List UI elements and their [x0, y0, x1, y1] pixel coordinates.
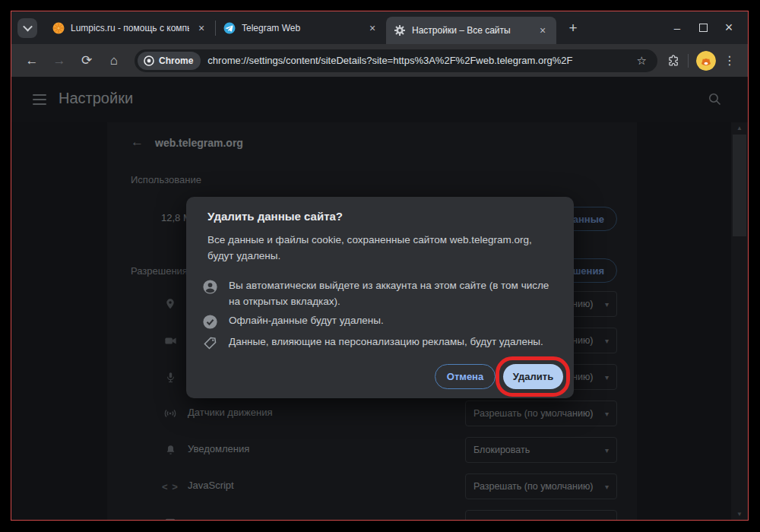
chevron-down-icon — [23, 22, 33, 32]
browser-window: Lumpics.ru - помощь с компью × Telegram … — [11, 11, 749, 521]
maximize-icon — [699, 24, 708, 32]
close-window-button[interactable]: × — [716, 11, 742, 44]
minimize-button[interactable]: – — [664, 11, 690, 44]
tab-settings-active[interactable]: Настройки – Все сайты × — [386, 17, 556, 44]
window-controls: – × — [664, 11, 742, 44]
tab-telegram[interactable]: Telegram Web × — [216, 11, 386, 44]
tab-title: Telegram Web — [242, 23, 360, 33]
chrome-logo-icon — [144, 55, 154, 66]
new-tab-button[interactable]: + — [562, 17, 584, 39]
browser-menu-icon[interactable]: ⋮ — [720, 53, 739, 68]
tab-close-icon[interactable]: × — [366, 22, 378, 34]
toolbar-separator — [688, 54, 689, 68]
dialog-bullet-offline: Офлайн-данные будут удалены. — [201, 312, 559, 331]
profile-avatar[interactable] — [696, 51, 716, 71]
maximize-button[interactable] — [690, 11, 716, 44]
tab-strip: Lumpics.ru - помощь с компью × Telegram … — [11, 11, 748, 44]
extensions-puzzle-icon[interactable] — [667, 54, 680, 68]
forward-button[interactable]: → — [48, 49, 71, 72]
gear-icon — [394, 24, 406, 36]
tab-title: Lumpics.ru - помощь с компью — [71, 23, 189, 33]
browser-toolbar: ← → ⟳ ⌂ Chrome chrome://settings/content… — [11, 44, 748, 77]
cancel-button[interactable]: Отмена — [435, 364, 496, 389]
home-button[interactable]: ⌂ — [103, 49, 125, 72]
address-bar[interactable]: Chrome chrome://settings/content/siteDet… — [135, 49, 657, 72]
tab-title: Настройки – Все сайты — [412, 25, 530, 36]
back-button[interactable]: ← — [21, 49, 43, 72]
chrome-badge-label: Chrome — [159, 55, 193, 66]
url-text: chrome://settings/content/siteDetails?si… — [207, 55, 632, 66]
bullet-text: Данные, влияющие на персонализацию рекла… — [229, 334, 543, 352]
dialog-bullet-ads: Данные, влияющие на персонализацию рекла… — [201, 334, 559, 352]
chrome-badge: Chrome — [138, 52, 201, 70]
offline-check-icon — [201, 313, 219, 331]
reload-button[interactable]: ⟳ — [75, 49, 98, 72]
lumpics-favicon-icon — [52, 22, 65, 34]
dialog-title: Удалить данные сайта? — [207, 210, 343, 223]
tab-lumpics[interactable]: Lumpics.ru - помощь с компью × — [45, 11, 215, 44]
telegram-favicon-icon — [223, 22, 236, 34]
settings-page: Настройки ← web.telegram.org Использован… — [11, 77, 748, 520]
bullet-text: Офлайн-данные будут удалены. — [229, 312, 384, 331]
tab-close-icon[interactable]: × — [537, 24, 549, 36]
tab-search-button[interactable] — [17, 18, 37, 38]
dialog-bullet-signout: Вы автоматически выйдете из аккаунта на … — [201, 277, 559, 309]
bullet-text: Вы автоматически выйдете из аккаунта на … — [229, 277, 559, 309]
dialog-body: Все данные и файлы cookie, сохраненные с… — [207, 232, 559, 264]
bookmark-star-icon[interactable]: ☆ — [637, 54, 647, 68]
tag-icon — [201, 334, 219, 352]
red-highlight-annotation — [496, 356, 570, 397]
person-icon — [201, 278, 219, 296]
tab-close-icon[interactable]: × — [195, 22, 207, 34]
